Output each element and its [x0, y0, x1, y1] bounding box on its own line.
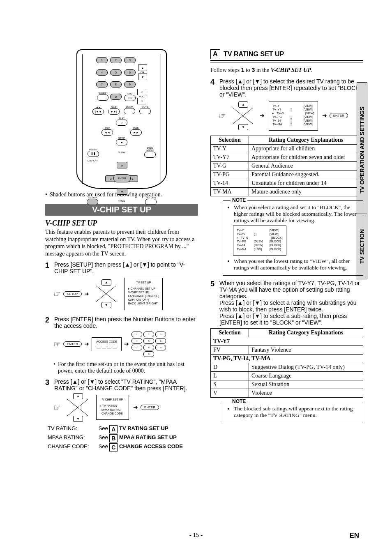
step3-diagram: ☞ ▲ ▼ – V-CHIP SET UP – ▸ TV RATING MPAA… — [53, 393, 198, 422]
page-footer: - 15 - EN — [0, 532, 392, 539]
enter-pill: ENTER — [63, 341, 82, 347]
step-3: 3 Press [▲] or [▼] to select "TV RATING"… — [45, 378, 198, 391]
vol-down-button: ▽ — [137, 98, 146, 104]
mini-numpad: 123 456 789 0 — [131, 331, 166, 358]
osd-tvsetup: - TV SET UP - ▸ CHANNEL SET UP V-CHIP SE… — [125, 278, 163, 310]
discmenu-button — [144, 152, 156, 158]
nav-enter-button: ENTER — [113, 174, 131, 182]
num-3-button: 3 — [124, 57, 136, 63]
discmenu-label: DISC MENU — [144, 147, 156, 152]
page-number: - 15 - — [189, 532, 203, 538]
enter-pill: ENTER — [330, 113, 348, 118]
num-8-button: 8 — [110, 81, 122, 88]
num-4-button: 4 — [96, 69, 108, 76]
num-0-button: 0 — [110, 94, 122, 100]
right-column: A TV RATING SET UP Follow steps 1 to 3 i… — [210, 49, 363, 451]
lang-code: EN — [349, 532, 359, 540]
mini-dpad: ▲ ▼ — [63, 393, 92, 422]
skip-fwd-button: ►►| — [108, 108, 120, 115]
step-4: 4 Press [▲] or [▼] to select the desired… — [210, 78, 363, 98]
pause-button: ❚❚ — [88, 151, 99, 157]
mini-dpad: ▲ ▼ — [92, 279, 120, 308]
see-change-code: CHANGE CODE: See C CHANGE ACCESS CODE — [48, 443, 198, 451]
follow-steps-line: Follow steps 1 to 3 in the V-CHIP SET UP… — [210, 67, 363, 74]
pause-label: PAUSE — [88, 148, 99, 151]
sleep-button — [97, 94, 108, 101]
vchip-intro: This feature enables parents to prevent … — [45, 228, 198, 257]
num-1-button: 1 — [96, 57, 108, 63]
rating-table-2: SelectionRating Category Explanations TV… — [210, 328, 363, 398]
rating-table-1: SelectionRating Category Explanations TV… — [210, 136, 363, 196]
vchip-section-bar: V-CHIP SET UP — [45, 204, 198, 216]
section-a-heading: A TV RATING SET UP — [210, 49, 363, 59]
arrow-icon: ➜ — [322, 112, 327, 119]
step2-note: •For the first time set-up or in the eve… — [53, 361, 198, 374]
osd-ratings-view: TV–Y[VIEW] TV–Y7[ ][VIEW] ▸TV–G[VIEW] TV… — [269, 101, 318, 131]
hand-icon: ☞ — [219, 111, 226, 121]
hand-icon: ☞ — [53, 289, 61, 299]
nav-down-button: ▼ — [117, 188, 127, 195]
zoom-button — [124, 108, 135, 114]
see-tv-rating: TV RATING: See A TV RATING SET UP — [48, 425, 198, 433]
mini-dpad: ▲ ▼ — [228, 101, 257, 130]
stop-button: ■ — [116, 139, 127, 145]
enter-pill: ENTER — [141, 405, 159, 410]
hand-icon: ☞ — [53, 403, 61, 412]
plus100-label: +100 — [124, 92, 135, 95]
access-code-box: ACCESS CODE — [92, 337, 122, 351]
osd-ratings-block: TV–Y[VIEW] TV–Y7[ ][VIEW] ▸TV–G[BLOCK] T… — [233, 226, 286, 256]
skip-back-button: |◄◄ — [92, 108, 104, 115]
remote-diagram: 1 2 3 4 5 6 ▲ CH. ▼ — [76, 49, 167, 189]
arrow-icon: ➜ — [133, 404, 138, 411]
arrow-icon: ➜ — [260, 112, 265, 119]
hand-icon: ☞ — [53, 339, 61, 349]
arrow-icon: ➜ — [124, 341, 129, 348]
step-1: 1 Press [SETUP] then press [▲] or [▼] to… — [45, 261, 198, 274]
vol-up-button: △ — [137, 89, 146, 95]
see-mpaa-rating: MPAA RATING: See B MPAA RATING SET UP — [48, 434, 198, 442]
side-tab-operation: TV OPERATION AND SETTINGS — [357, 82, 367, 218]
osd-vchip: – V-CHIP SET UP – ▸ TV RATING MPAA RATIN… — [96, 395, 129, 419]
step-2: 2 Press [ENTER] then press the Number Bu… — [45, 316, 198, 329]
plus10-button: +10 — [124, 95, 136, 101]
rev-button: ◄◄ — [101, 129, 113, 136]
title-label: TITLE — [118, 200, 125, 202]
note-box-2: NOTE The blocked sub-ratings will appear… — [223, 402, 363, 423]
mute-button — [139, 108, 151, 114]
step-5: 5 When you select the ratings of TV-Y7, … — [210, 280, 363, 326]
play-button: ▷ — [116, 120, 127, 126]
arrow-icon: ➜ — [84, 290, 89, 297]
slow-label: SLOW — [118, 151, 125, 154]
ch-up-button: ▲ — [138, 64, 147, 71]
nav-up-button: ▲ — [117, 162, 127, 168]
left-column: 1 2 3 4 5 6 ▲ CH. ▼ — [45, 49, 198, 451]
setup-button — [87, 199, 98, 205]
setup-pill: SETUP — [63, 291, 82, 297]
vchip-heading: V-CHIP SET UP — [45, 219, 198, 228]
step2-diagram: ☞ ENTER ➜ ACCESS CODE ➜ 123 456 789 0 — [53, 331, 198, 358]
step1-diagram: ☞ SETUP ➜ ▲ ▼ - TV SET UP - ▸ CHANNEL SE… — [53, 276, 198, 312]
note-box-1: NOTE When you select a rating and set it… — [223, 200, 363, 276]
ch-down-button: ▼ — [138, 74, 147, 80]
num-5-button: 5 — [110, 69, 122, 76]
num-7-button: 7 — [96, 81, 108, 88]
step4-diagram: ☞ ▲ ▼ ➜ TV–Y[VIEW] TV–Y7[ ][VIEW] ▸TV–G[… — [219, 99, 363, 133]
nav-dpad: ▲ ▼ ◄ ► ENTER — [105, 162, 138, 195]
arrow-icon: ➜ — [84, 341, 89, 348]
fwd-button: ►► — [130, 129, 142, 136]
num-9-button: 9 — [124, 81, 136, 88]
num-6-button: 6 — [124, 69, 136, 76]
skip-label: SKIP — [108, 106, 120, 108]
return-button — [145, 199, 157, 205]
num-2-button: 2 — [110, 57, 122, 63]
